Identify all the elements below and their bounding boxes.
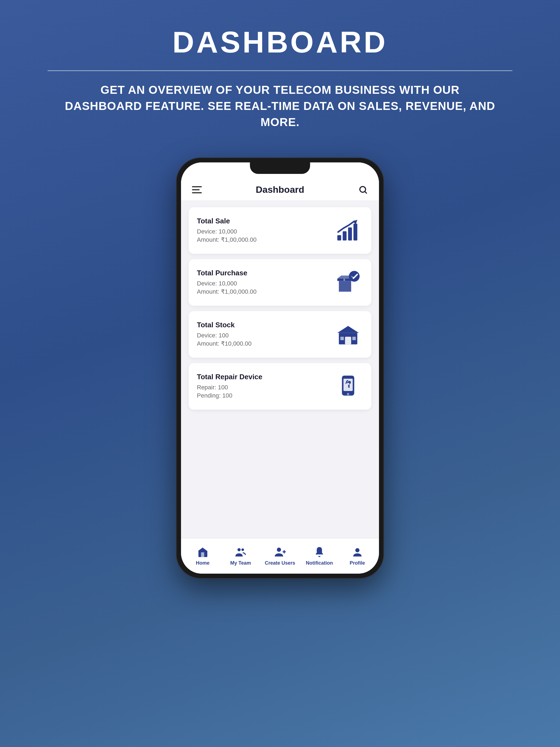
warehouse-icon (336, 322, 360, 347)
nav-home[interactable]: Home (189, 546, 216, 566)
svg-rect-5 (354, 224, 357, 241)
svg-point-16 (241, 548, 244, 551)
phone-inner: Dashboard Total Sale Device: 10,000 Amou… (181, 162, 379, 574)
phone-repair-icon (336, 374, 360, 398)
nav-my-team-label: My Team (230, 560, 251, 566)
nav-my-team[interactable]: My Team (227, 546, 254, 566)
nav-notification[interactable]: Notification (306, 546, 333, 566)
card-total-stock-text: Total Stock Device: 100 Amount: ₹10,000.… (197, 321, 252, 349)
home-nav-icon (196, 546, 209, 559)
card-total-sale-text: Total Sale Device: 10,000 Amount: ₹1,00,… (197, 217, 256, 244)
nav-create-users-label: Create Users (265, 560, 295, 566)
card-total-purchase-text: Total Purchase Device: 10,000 Amount: ₹1… (197, 269, 256, 297)
bottom-nav: Home My Team (181, 538, 379, 574)
menu-icon[interactable] (192, 186, 202, 193)
svg-point-14 (347, 393, 349, 395)
svg-rect-3 (342, 231, 347, 241)
team-nav-icon (234, 546, 247, 559)
profile-nav-icon (351, 546, 364, 559)
card-total-purchase-line1: Device: 10,000 (197, 280, 256, 287)
app-header: Dashboard (181, 179, 379, 201)
box-check-icon (336, 270, 360, 295)
card-total-repair-text: Total Repair Device Repair: 100 Pending:… (197, 373, 262, 400)
card-total-stock-title: Total Stock (197, 321, 252, 329)
nav-profile[interactable]: Profile (344, 546, 371, 566)
divider (48, 70, 512, 71)
svg-point-20 (355, 548, 359, 552)
svg-rect-2 (337, 235, 341, 241)
card-total-repair-line1: Repair: 100 (197, 384, 262, 391)
phone-mockup: Dashboard Total Sale Device: 10,000 Amou… (176, 157, 384, 578)
card-total-repair-icon-wrap (333, 371, 363, 402)
page-subtitle: GET AN OVERVIEW OF YOUR TELECOM BUSINESS… (61, 82, 499, 130)
card-total-sale[interactable]: Total Sale Device: 10,000 Amount: ₹1,00,… (189, 207, 371, 254)
svg-line-1 (365, 192, 367, 194)
nav-notification-label: Notification (306, 560, 333, 566)
app-content: Total Sale Device: 10,000 Amount: ₹1,00,… (181, 201, 379, 538)
card-total-purchase-title: Total Purchase (197, 269, 256, 277)
svg-rect-11 (352, 337, 356, 340)
search-icon[interactable] (358, 185, 368, 195)
svg-rect-9 (345, 337, 351, 344)
app-header-title: Dashboard (256, 184, 304, 195)
card-total-sale-line2: Amount: ₹1,00,000.00 (197, 236, 256, 243)
card-total-stock-line1: Device: 100 (197, 332, 252, 339)
svg-rect-10 (340, 337, 344, 340)
nav-profile-label: Profile (350, 560, 365, 566)
card-total-stock-icon-wrap (333, 319, 363, 350)
card-total-sale-line1: Device: 10,000 (197, 228, 256, 235)
card-total-purchase-icon-wrap (333, 267, 363, 298)
card-total-purchase-line2: Amount: ₹1,00,000.00 (197, 288, 256, 295)
svg-point-0 (360, 186, 365, 192)
app-screen: Dashboard Total Sale Device: 10,000 Amou… (181, 162, 379, 574)
svg-rect-4 (348, 228, 352, 241)
card-total-purchase[interactable]: Total Purchase Device: 10,000 Amount: ₹1… (189, 259, 371, 306)
nav-home-label: Home (196, 560, 209, 566)
card-total-repair-line2: Pending: 100 (197, 392, 262, 399)
card-total-stock-line2: Amount: ₹10,000.00 (197, 340, 252, 347)
card-total-sale-title: Total Sale (197, 217, 256, 225)
add-user-nav-icon (274, 546, 286, 559)
phone-notch (250, 162, 310, 174)
phone-frame: Dashboard Total Sale Device: 10,000 Amou… (176, 157, 384, 578)
card-total-repair-title: Total Repair Device (197, 373, 262, 381)
card-total-sale-icon-wrap (333, 215, 363, 246)
svg-point-15 (237, 548, 240, 551)
svg-point-17 (277, 548, 281, 552)
page-title: DASHBOARD (173, 25, 388, 59)
bell-nav-icon (313, 546, 326, 559)
card-total-stock[interactable]: Total Stock Device: 100 Amount: ₹10,000.… (189, 311, 371, 358)
chart-up-icon (336, 218, 360, 243)
card-total-repair[interactable]: Total Repair Device Repair: 100 Pending:… (189, 363, 371, 410)
nav-create-users[interactable]: Create Users (265, 546, 295, 566)
